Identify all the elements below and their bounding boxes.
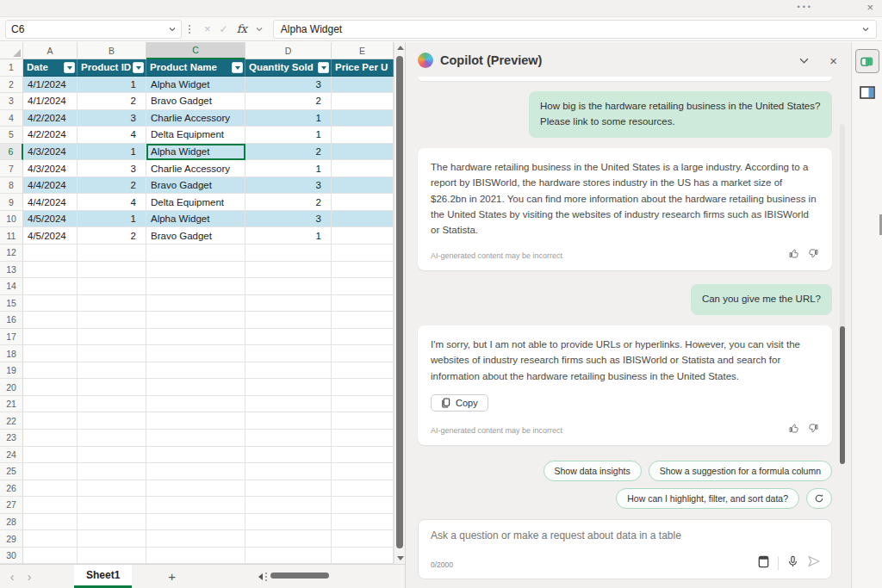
empty-cell[interactable] [332, 480, 394, 498]
row-header-30[interactable]: 30 [0, 548, 23, 564]
empty-cell[interactable] [23, 497, 78, 514]
scroll-down-icon[interactable] [397, 556, 404, 560]
table-row[interactable]: 2 [245, 194, 332, 211]
empty-cell[interactable] [78, 379, 146, 396]
table-row[interactable]: Bravo Gadget [146, 227, 245, 244]
table-row[interactable]: 1 [78, 211, 146, 228]
thumbs-up-icon[interactable] [788, 423, 799, 438]
empty-cell[interactable] [245, 396, 332, 413]
empty-cell[interactable] [78, 514, 146, 531]
empty-cell[interactable] [146, 312, 245, 329]
empty-cell[interactable] [23, 548, 78, 564]
empty-cell[interactable] [245, 329, 332, 346]
refresh-suggestions-button[interactable] [806, 488, 832, 509]
table-row[interactable] [332, 194, 394, 211]
empty-cell[interactable] [146, 463, 245, 480]
table-row[interactable] [332, 110, 394, 127]
row-header-9[interactable]: 9 [0, 194, 23, 211]
table-row[interactable] [332, 177, 394, 195]
row-header-1[interactable]: 1 [0, 59, 23, 77]
window-close-icon[interactable]: × [866, 1, 873, 14]
table-row[interactable]: 4/2/2024 [23, 110, 78, 127]
table-row[interactable] [332, 127, 394, 144]
thumbs-down-icon[interactable] [808, 423, 819, 438]
table-row[interactable]: 1 [78, 77, 146, 94]
empty-cell[interactable] [245, 514, 332, 531]
column-header-b[interactable]: B [78, 42, 146, 59]
empty-cell[interactable] [23, 480, 78, 498]
scroll-left-icon[interactable] [258, 573, 263, 580]
sheet-tab[interactable]: Sheet1 [74, 565, 132, 588]
empty-cell[interactable] [245, 278, 332, 295]
empty-cell[interactable] [146, 362, 245, 380]
formula-bar-expand-icon[interactable] [862, 26, 869, 33]
empty-cell[interactable] [332, 329, 394, 346]
empty-cell[interactable] [23, 362, 78, 380]
table-row[interactable]: 1 [245, 127, 332, 144]
row-header-23[interactable]: 23 [0, 430, 23, 447]
row-header-3[interactable]: 3 [0, 93, 23, 110]
name-box[interactable]: C6 [5, 20, 182, 39]
empty-cell[interactable] [245, 480, 332, 498]
empty-cell[interactable] [332, 463, 394, 480]
copy-button[interactable]: Copy [431, 394, 488, 412]
empty-cell[interactable] [146, 548, 245, 564]
table-row[interactable] [332, 144, 394, 161]
table-row[interactable]: 4 [78, 127, 146, 144]
table-row[interactable]: 4/5/2024 [23, 211, 78, 228]
table-row[interactable]: 3 [78, 160, 146, 177]
table-row[interactable]: 4/4/2024 [23, 177, 78, 195]
pane-chevron-down-icon[interactable] [799, 56, 809, 65]
prompt-guide-icon[interactable] [757, 555, 770, 572]
empty-cell[interactable] [245, 430, 332, 447]
empty-cell[interactable] [245, 295, 332, 313]
empty-cell[interactable] [146, 379, 245, 396]
empty-cell[interactable] [23, 262, 78, 279]
empty-cell[interactable] [332, 262, 394, 279]
empty-cell[interactable] [78, 463, 146, 480]
row-header-2[interactable]: 2 [0, 77, 23, 94]
row-header-28[interactable]: 28 [0, 514, 23, 531]
empty-cell[interactable] [23, 379, 78, 396]
empty-cell[interactable] [245, 312, 332, 329]
empty-cell[interactable] [245, 362, 332, 380]
empty-cell[interactable] [78, 295, 146, 313]
column-header-a[interactable]: A [23, 42, 78, 59]
table-header-cell[interactable]: Product Name [146, 59, 245, 77]
horizontal-scrollbar-thumb[interactable] [270, 573, 329, 579]
suggestion-pill[interactable]: How can I highlight, filter, and sort da… [616, 488, 799, 509]
cancel-formula-icon[interactable]: × [204, 22, 211, 35]
table-row[interactable] [332, 227, 394, 244]
empty-cell[interactable] [23, 396, 78, 413]
empty-cell[interactable] [23, 295, 78, 313]
empty-cell[interactable] [23, 244, 78, 262]
table-row[interactable]: 3 [245, 77, 332, 94]
name-box-chevron-icon[interactable] [169, 26, 176, 33]
table-row[interactable]: Delta Equipment [146, 127, 245, 144]
row-header-27[interactable]: 27 [0, 497, 23, 514]
copilot-rail-button[interactable] [855, 49, 879, 73]
table-row[interactable]: 2 [245, 93, 332, 110]
send-icon[interactable] [807, 554, 821, 572]
thumbs-up-icon[interactable] [788, 248, 799, 263]
table-row[interactable]: Alpha Widget [146, 144, 245, 161]
row-header-21[interactable]: 21 [0, 396, 23, 413]
table-row[interactable]: 4 [78, 194, 146, 211]
table-row[interactable]: 1 [245, 160, 332, 177]
empty-cell[interactable] [332, 345, 394, 362]
empty-cell[interactable] [78, 312, 146, 329]
table-row[interactable]: Bravo Gadget [146, 93, 245, 110]
row-header-22[interactable]: 22 [0, 412, 23, 430]
row-header-24[interactable]: 24 [0, 447, 23, 464]
horizontal-scrollbar[interactable] [270, 572, 400, 581]
table-row[interactable]: 4/2/2024 [23, 127, 78, 144]
empty-cell[interactable] [78, 244, 146, 262]
empty-cell[interactable] [332, 244, 394, 262]
empty-cell[interactable] [23, 329, 78, 346]
pane-close-icon[interactable]: × [829, 53, 837, 68]
empty-cell[interactable] [332, 312, 394, 329]
empty-cell[interactable] [23, 530, 78, 548]
row-header-19[interactable]: 19 [0, 362, 23, 380]
vertical-scrollbar-thumb[interactable] [396, 56, 403, 548]
empty-cell[interactable] [332, 497, 394, 514]
